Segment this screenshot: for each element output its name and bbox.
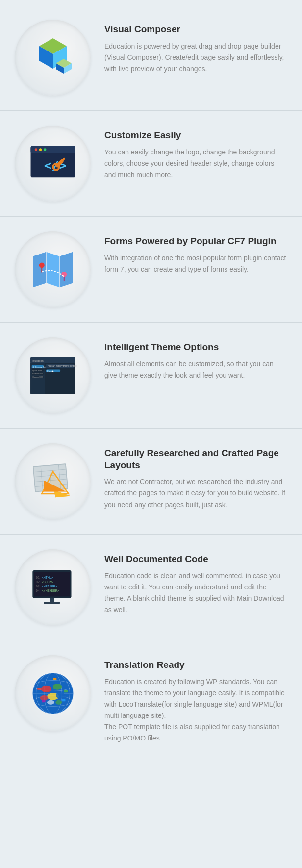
feature-desc-forms: With integration of one the most popular… [104, 253, 287, 275]
svg-rect-80 [37, 688, 41, 690]
feature-item-forms: Forms Powered by Popular CF7 Plugin With… [0, 217, 302, 323]
feature-content-visual-composer: Visual Composer Education is powered by … [104, 20, 287, 75]
feature-content-documented: Well Documented Code Education code is c… [104, 549, 287, 615]
svg-point-76 [40, 695, 48, 700]
documented-icon: 01 <HTML> 02 <BODY> 03 <HEADER> 04 </HEA… [15, 549, 91, 625]
feature-item-documented: 01 <HTML> 02 <BODY> 03 <HEADER> 04 </HEA… [0, 535, 302, 640]
svg-point-78 [47, 700, 54, 704]
svg-point-20 [39, 262, 44, 268]
svg-marker-18 [33, 252, 46, 287]
svg-point-10 [43, 148, 46, 151]
svg-text:You can modify theme settings.: You can modify theme settings... [47, 365, 77, 367]
svg-text:Quick Start: Quick Start [32, 369, 42, 371]
feature-item-theme-options: Buildcon ⚙ General Settings Quick Start … [0, 323, 302, 429]
svg-point-79 [55, 700, 62, 704]
svg-text:<HEADER>: <HEADER> [41, 585, 57, 588]
visual-composer-icon [15, 20, 91, 96]
feature-item-crafted: Carefully Researched and Crafted Page La… [0, 429, 302, 535]
customize-icon: </> [15, 126, 91, 202]
features-list: Visual Composer Education is powered by … [0, 0, 302, 764]
feature-desc-documented: Education code is clean and well comment… [104, 570, 287, 615]
feature-content-crafted: Carefully Researched and Crafted Page La… [104, 443, 287, 511]
crafted-icon [15, 443, 91, 519]
svg-point-73 [41, 685, 51, 692]
feature-item-translation: Translation Ready Education is created b… [0, 640, 302, 759]
svg-marker-19 [59, 252, 73, 287]
feature-desc-crafted: We are not Contractor, but we researched… [104, 476, 287, 510]
feature-title-customize: Customize Easily [104, 129, 287, 142]
svg-text:Custom CSS: Custom CSS [32, 376, 43, 378]
feature-content-theme-options: Intelligent Theme Options Almost all ele… [104, 337, 287, 381]
feature-title-documented: Well Documented Code [104, 553, 287, 565]
feature-content-forms: Forms Powered by Popular CF7 Plugin With… [104, 231, 287, 275]
svg-point-9 [39, 148, 41, 151]
feature-item-visual-composer: Visual Composer Education is powered by … [0, 5, 302, 111]
feature-title-crafted: Carefully Researched and Crafted Page La… [104, 447, 287, 471]
svg-rect-65 [50, 598, 54, 602]
svg-text:<BODY>: <BODY> [41, 580, 53, 584]
feature-title-visual-composer: Visual Composer [104, 24, 287, 36]
svg-text:04: 04 [36, 589, 40, 593]
svg-rect-66 [44, 602, 60, 604]
feature-desc-theme-options: Almost all elements can be customized, s… [104, 358, 287, 381]
svg-text:02: 02 [36, 580, 40, 584]
svg-text:01: 01 [36, 575, 40, 579]
feature-item-customize: </> Customize Easily You can easily chan… [0, 111, 302, 217]
forms-icon [15, 231, 91, 307]
svg-point-74 [53, 684, 62, 690]
svg-text:<HTML>: <HTML> [41, 575, 53, 579]
feature-title-theme-options: Intelligent Theme Options [104, 341, 287, 354]
feature-content-customize: Customize Easily You can easily change t… [104, 126, 287, 180]
svg-rect-83 [42, 700, 45, 702]
translation-icon [15, 655, 91, 731]
feature-content-translation: Translation Ready Education is created b… [104, 655, 287, 744]
feature-desc-visual-composer: Education is powered by great drag and d… [104, 41, 287, 75]
feature-title-forms: Forms Powered by Popular CF7 Plugin [104, 235, 287, 248]
feature-title-translation: Translation Ready [104, 659, 287, 671]
svg-text:</HEADER>: </HEADER> [41, 589, 59, 593]
svg-rect-81 [64, 690, 67, 692]
svg-text:03: 03 [36, 585, 40, 588]
svg-point-8 [34, 148, 37, 151]
svg-rect-82 [53, 678, 56, 680]
feature-desc-translation: Education is created by following WP sta… [104, 676, 287, 744]
feature-desc-customize: You can easily change the logo, change t… [104, 147, 287, 180]
svg-text:Favicon Icon: Favicon Icon [32, 373, 43, 375]
theme-options-icon: Buildcon ⚙ General Settings Quick Start … [15, 337, 91, 413]
svg-text:Quick ▶: Quick ▶ [47, 369, 54, 372]
svg-rect-84 [62, 699, 65, 701]
svg-text:Buildcon: Buildcon [32, 359, 43, 362]
svg-point-77 [56, 692, 65, 699]
svg-point-22 [61, 271, 67, 277]
